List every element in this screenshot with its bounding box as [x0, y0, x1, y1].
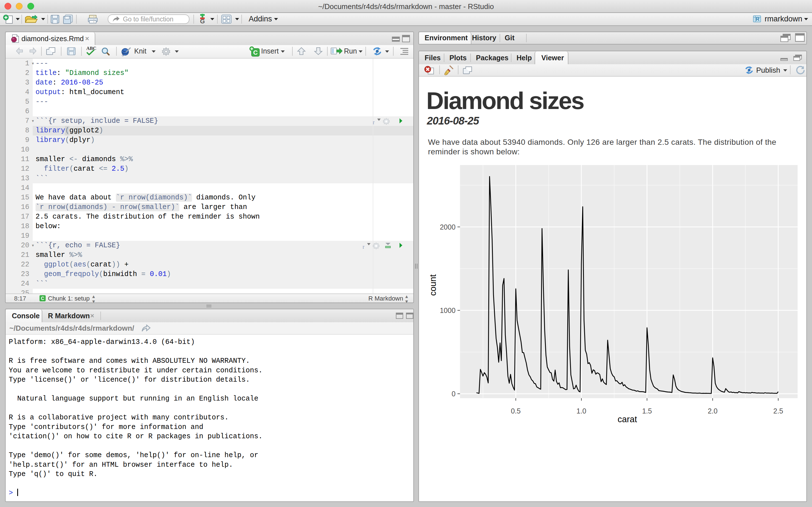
svg-text:C: C — [41, 296, 44, 301]
svg-text:C: C — [253, 49, 258, 56]
svg-text:R: R — [756, 16, 760, 22]
svg-text:2.0: 2.0 — [708, 407, 718, 415]
svg-text:carat: carat — [618, 414, 637, 424]
svg-text:2000: 2000 — [440, 223, 456, 231]
svg-text:1.0: 1.0 — [576, 407, 587, 415]
svg-text:0.5: 0.5 — [511, 407, 521, 415]
svg-text:0: 0 — [452, 390, 456, 398]
svg-text:G: G — [200, 18, 205, 24]
svg-text:s: s — [122, 52, 124, 56]
svg-text:count: count — [428, 274, 438, 296]
svg-text:2.5: 2.5 — [773, 407, 783, 415]
svg-text:1.5: 1.5 — [642, 407, 652, 415]
svg-text:1000: 1000 — [440, 306, 456, 314]
